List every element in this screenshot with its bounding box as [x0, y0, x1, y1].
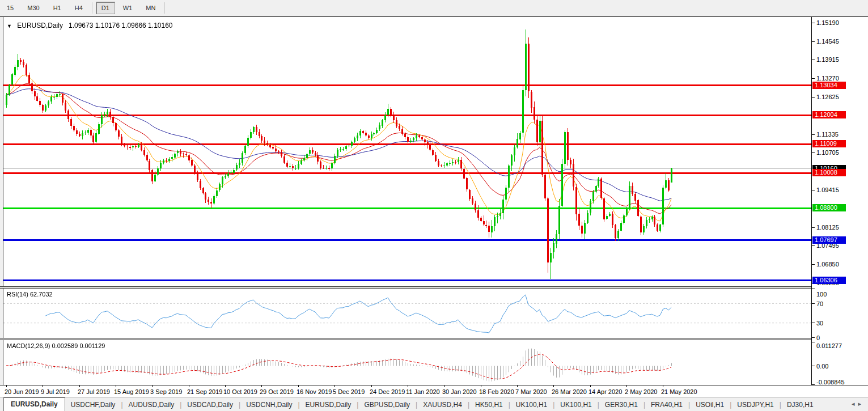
timeframe-button-h1[interactable]: H1 — [48, 2, 67, 14]
time-axis-tick — [152, 385, 153, 387]
axis-tick-mark — [812, 190, 815, 190]
time-axis-label: 21 May 2020 — [661, 388, 697, 395]
axis-tick-mark — [812, 227, 815, 228]
level-price-badge: 1.10008 — [812, 169, 846, 176]
time-axis-label: 29 Oct 2019 — [260, 388, 294, 395]
time-axis-tick — [43, 385, 43, 387]
timeframe-button-m30[interactable]: M30 — [22, 2, 45, 14]
timeframe-button-15[interactable]: 15 — [1, 2, 19, 14]
time-axis-label: 16 Nov 2019 — [297, 388, 332, 395]
chart-tab-xauusd-h4[interactable]: XAUUSD,H4 — [417, 399, 468, 410]
axis-tick-mark — [812, 289, 815, 289]
macd-axis-label: 0.011277 — [816, 342, 842, 349]
axis-tick-mark — [812, 134, 815, 135]
axis-tick-mark — [812, 323, 815, 323]
macd-indicator-canvas[interactable] — [3, 340, 811, 385]
pane-separator[interactable] — [0, 338, 811, 340]
chart-tab-usdcnh-daily[interactable]: USDCNH,Daily — [240, 399, 298, 410]
axis-tick-mark — [812, 245, 815, 246]
time-axis-label: 14 Apr 2020 — [588, 388, 622, 395]
axis-tick-mark — [812, 23, 815, 23]
time-axis-tick — [335, 385, 335, 387]
axis-tick-mark — [812, 303, 815, 304]
price-axis-label: 1.11335 — [816, 131, 839, 138]
level-price-badge: 1.11009 — [812, 140, 846, 147]
time-axis-tick — [663, 385, 663, 387]
rsi-indicator-canvas[interactable] — [3, 289, 811, 338]
time-axis-tick — [444, 385, 444, 387]
chart-tab-usdjpy-h1[interactable]: USDJPY,H1 — [731, 399, 779, 410]
chart-window: ▼ EURUSD,Daily 1.09673 1.10176 1.09666 1… — [0, 16, 868, 398]
time-axis-label: 2 May 2020 — [625, 388, 657, 395]
time-axis-label: 27 Jul 2019 — [78, 388, 110, 395]
tab-scroll-right-icon[interactable]: ▸ — [858, 400, 865, 407]
chart-tab-eurusd-daily[interactable]: EURUSD,Daily — [3, 397, 65, 411]
chart-ohlc-values: 1.09673 1.10176 1.09666 1.10160 — [69, 22, 173, 29]
time-axis-label: 7 Mar 2020 — [515, 388, 547, 395]
price-axis-label: 1.15190 — [816, 19, 839, 26]
chart-tab-audusd-daily[interactable]: AUDUSD,Daily — [123, 399, 180, 410]
time-axis-tick — [116, 385, 116, 387]
chart-tab-uk100-h1[interactable]: UK100,H1 — [510, 399, 553, 410]
time-axis-tick — [6, 385, 7, 387]
time-axis-tick — [481, 385, 481, 387]
rsi-axis-label: 30 — [816, 320, 823, 327]
timeframe-toolbar: 15M30H1H4D1W1MN — [0, 0, 868, 16]
price-axis-label: 1.14545 — [816, 38, 839, 45]
axis-tick-mark — [812, 78, 815, 79]
chart-symbol-period: EURUSD,Daily — [17, 22, 63, 29]
timeframe-button-mn[interactable]: MN — [140, 2, 161, 14]
time-axis-label: 3 Sep 2019 — [150, 388, 182, 395]
timeframe-button-d1[interactable]: D1 — [96, 2, 115, 14]
chart-tab-uk100-h1[interactable]: UK100,H1 — [554, 399, 597, 410]
price-axis-label: 1.06850 — [816, 261, 839, 268]
chart-tab-fra40-h1[interactable]: FRA40,H1 — [645, 399, 688, 410]
time-axis-label: 24 Dec 2019 — [370, 388, 405, 395]
axis-tick-mark — [812, 60, 815, 60]
time-axis-label: 15 Aug 2019 — [114, 388, 149, 395]
macd-label: MACD(12,26,9) 0.002589 0.001129 — [7, 342, 105, 349]
toolbar-separator — [92, 2, 92, 14]
timeframe-button-w1[interactable]: W1 — [117, 2, 138, 14]
price-axis-label: 1.10705 — [816, 149, 839, 156]
chart-tab-dj30-h1[interactable]: DJ30,H1 — [781, 399, 819, 410]
price-axis[interactable]: 1.151901.145451.139151.132701.126251.113… — [811, 17, 868, 385]
time-axis-tick — [553, 385, 554, 387]
level-price-badge: 1.08800 — [812, 204, 846, 211]
dropdown-triangle-icon[interactable]: ▼ — [7, 23, 12, 29]
terminal-window: 15M30H1H4D1W1MN ▼ EURUSD,Daily 1.09673 1… — [0, 0, 868, 411]
chart-tab-gbpusd-daily[interactable]: GBPUSD,Daily — [358, 399, 416, 410]
macd-axis-label: 0.00 — [816, 363, 828, 370]
chart-tab-usoil-h1[interactable]: USOil,H1 — [690, 399, 730, 410]
tab-scroll-left-icon[interactable]: ◂ — [852, 400, 858, 407]
chart-tab-ger30-h1[interactable]: GER30,H1 — [599, 399, 643, 410]
time-axis-label: 30 Jan 2020 — [442, 388, 477, 395]
chart-title: ▼ EURUSD,Daily 1.09673 1.10176 1.09666 1… — [7, 22, 173, 29]
level-price-badge: 1.07697 — [812, 236, 846, 244]
chart-tab-hk50-h1[interactable]: HK50,H1 — [469, 399, 509, 410]
chart-tab-eurusd-daily[interactable]: EURUSD,Daily — [300, 399, 357, 410]
price-chart-canvas[interactable] — [3, 18, 811, 286]
axis-tick-mark — [812, 152, 815, 153]
time-axis-label: 11 Jan 2020 — [406, 388, 440, 395]
time-axis-tick — [626, 385, 627, 387]
price-axis-label: 1.13270 — [816, 75, 839, 82]
level-price-badge: 1.13034 — [812, 82, 846, 89]
time-axis-tick — [225, 385, 226, 387]
level-price-badge: 1.12004 — [812, 111, 846, 118]
price-axis-label: 1.08125 — [816, 224, 839, 231]
price-axis-label: 1.13915 — [816, 56, 839, 63]
time-axis-tick — [261, 385, 262, 387]
axis-tick-mark — [812, 264, 815, 265]
time-axis-label: 10 Oct 2019 — [223, 388, 257, 395]
window-left-border — [0, 17, 3, 385]
pane-separator[interactable] — [0, 286, 811, 289]
axis-tick-mark — [812, 41, 815, 42]
chart-tab-usdchf-daily[interactable]: USDCHF,Daily — [65, 399, 121, 410]
time-axis-tick — [517, 385, 518, 387]
time-axis-label: 18 Feb 2020 — [479, 388, 514, 395]
chart-tab-usdcad-daily[interactable]: USDCAD,Daily — [181, 399, 239, 410]
timeframe-button-h4[interactable]: H4 — [69, 2, 88, 14]
time-axis-tick — [298, 385, 299, 387]
level-price-badge: 1.06306 — [812, 277, 846, 284]
